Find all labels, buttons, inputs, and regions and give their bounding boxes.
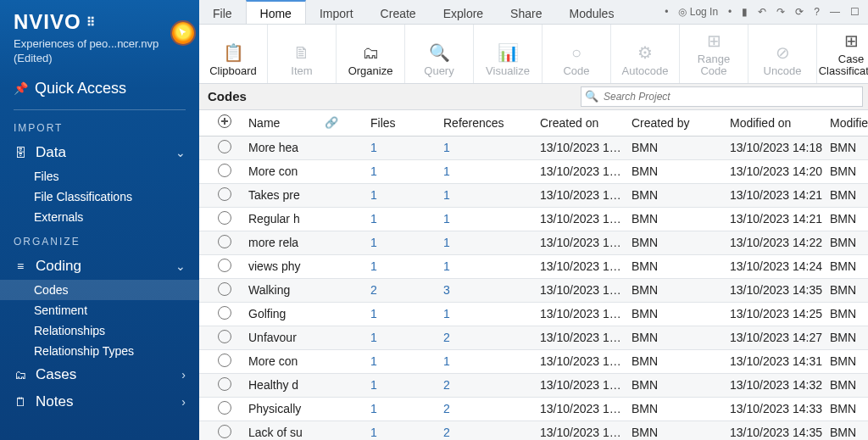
sidebar-item-data[interactable]: 🗄Data ⌄: [0, 139, 199, 166]
sidebar-item-notes[interactable]: 🗒Notes ›: [0, 388, 199, 415]
cell-files: 1: [367, 188, 440, 202]
search-box[interactable]: 🔍: [581, 86, 863, 107]
cell-name: More con: [245, 354, 321, 368]
chevron-down-icon: ⌄: [175, 146, 186, 159]
menu-share[interactable]: Share: [497, 0, 555, 24]
ribbon-label: Query: [424, 65, 453, 77]
cell-created-by: BMN: [628, 188, 726, 202]
cell-modified-by: BMN: [826, 331, 868, 344]
codes-table: Name 🔗 Files References Created on Creat…: [199, 110, 868, 440]
row-node-icon: [199, 211, 245, 227]
col-modified-on[interactable]: Modified on: [726, 116, 826, 130]
col-created-by[interactable]: Created by: [628, 116, 726, 130]
ribbon-case[interactable]: ⊞Case Classification: [817, 25, 868, 83]
maximize-icon[interactable]: ☐: [849, 6, 861, 18]
ribbon-organize[interactable]: 🗂Organize: [337, 25, 405, 83]
save-icon[interactable]: ▮: [740, 6, 749, 18]
table-row[interactable]: Lack of su1213/10/2023 14:3BMN13/10/2023…: [199, 421, 868, 440]
cell-created-on: 13/10/2023 14:2: [537, 236, 628, 249]
list-header: Codes 🔍: [199, 84, 868, 110]
brand-dots-icon: ⠿: [86, 15, 95, 29]
cell-references: 2: [440, 402, 537, 415]
cell-created-on: 13/10/2023 14:2: [537, 164, 628, 178]
search-input[interactable]: [602, 90, 862, 103]
sidebar-sub-file-classifications[interactable]: File Classifications: [0, 187, 199, 207]
util-dot[interactable]: •: [663, 6, 670, 18]
sidebar-sub-codes[interactable]: Codes: [0, 280, 199, 300]
list-title: Codes: [199, 89, 581, 103]
cell-modified-on: 13/10/2023 14:33: [726, 402, 826, 415]
cell-references: 1: [440, 164, 537, 178]
ribbon-clipboard[interactable]: 📋Clipboard: [199, 25, 268, 83]
col-created-on[interactable]: Created on: [537, 116, 628, 130]
cell-created-by: BMN: [628, 259, 726, 273]
row-node-icon: [199, 140, 245, 156]
cell-modified-by: BMN: [826, 283, 868, 297]
cell-modified-by: BMN: [826, 212, 868, 226]
menu-create[interactable]: Create: [367, 0, 430, 24]
sidebar-sub-relationship-types[interactable]: Relationship Types: [0, 341, 199, 361]
cell-files: 1: [367, 307, 440, 320]
table-row[interactable]: More hea1113/10/2023 14:1BMN13/10/2023 1…: [199, 136, 868, 160]
table-row[interactable]: Healthy d1213/10/2023 14:3BMN13/10/2023 …: [199, 374, 868, 398]
cell-files: 1: [367, 212, 440, 226]
col-modified-by[interactable]: Modified by: [826, 116, 868, 130]
table-row[interactable]: Regular h1113/10/2023 14:2BMN13/10/2023 …: [199, 208, 868, 231]
menu-home[interactable]: Home: [246, 0, 306, 24]
menu-explore[interactable]: Explore: [430, 0, 497, 24]
ribbon-item: 🗎Item: [268, 25, 337, 83]
menu-modules[interactable]: Modules: [555, 0, 627, 24]
cell-modified-by: BMN: [826, 236, 868, 249]
table-row[interactable]: more rela1113/10/2023 14:2BMN13/10/2023 …: [199, 231, 868, 255]
quick-access-label: Quick Access: [35, 80, 126, 97]
sidebar-sub-relationships[interactable]: Relationships: [0, 320, 199, 341]
col-link-icon[interactable]: 🔗: [321, 116, 367, 129]
cell-modified-by: BMN: [826, 402, 868, 415]
row-node-icon: [199, 354, 245, 370]
caseclass-icon: ⊞: [844, 28, 859, 53]
cell-created-on: 13/10/2023 14:3: [537, 426, 628, 439]
expand-all-col[interactable]: [199, 114, 245, 131]
col-files[interactable]: Files: [367, 116, 440, 130]
table-row[interactable]: More con1113/10/2023 14:2BMN13/10/2023 1…: [199, 160, 868, 184]
quick-access[interactable]: 📌 Quick Access: [0, 66, 199, 106]
code-icon: ○: [571, 40, 581, 65]
cell-modified-on: 13/10/2023 14:31: [726, 354, 826, 368]
row-node-icon: [199, 164, 245, 180]
row-node-icon: [199, 259, 245, 275]
sidebar-sub-files[interactable]: Files: [0, 166, 199, 187]
redo-icon[interactable]: ↷: [775, 6, 787, 18]
menu-file[interactable]: File: [199, 0, 246, 24]
pin-icon: 📌: [14, 81, 28, 95]
util-dot[interactable]: •: [726, 6, 733, 18]
sidebar-item-cases[interactable]: 🗂Cases ›: [0, 361, 199, 388]
cell-created-on: 13/10/2023 14:1: [537, 141, 628, 154]
col-name[interactable]: Name: [245, 116, 321, 130]
table-row[interactable]: More con1113/10/2023 14:3BMN13/10/2023 1…: [199, 350, 868, 374]
project-edited-flag: (Edited): [14, 52, 186, 66]
util-login[interactable]: ◎ Log In: [676, 6, 720, 18]
menu-import[interactable]: Import: [306, 0, 367, 24]
sidebar-item-coding[interactable]: ≡Coding ⌄: [0, 253, 199, 280]
table-row[interactable]: Physically1213/10/2023 14:3BMN13/10/2023…: [199, 398, 868, 421]
cell-modified-by: BMN: [826, 426, 868, 439]
sidebar-item-label: Coding: [36, 258, 81, 275]
ribbon-code: ○Code: [542, 25, 611, 83]
table-row[interactable]: Takes pre1113/10/2023 14:2BMN13/10/2023 …: [199, 184, 868, 208]
table-row[interactable]: views phy1113/10/2023 14:2BMN13/10/2023 …: [199, 255, 868, 279]
cell-references: 1: [440, 212, 537, 226]
table-row[interactable]: Walking2313/10/2023 14:2BMN13/10/2023 14…: [199, 279, 868, 303]
minimize-icon[interactable]: —: [828, 6, 842, 18]
col-references[interactable]: References: [440, 116, 537, 130]
cell-modified-on: 13/10/2023 14:18: [726, 141, 826, 154]
refresh-icon[interactable]: ⟳: [793, 6, 805, 18]
sidebar-sub-externals[interactable]: Externals: [0, 207, 199, 227]
cell-files: 1: [367, 259, 440, 273]
cell-modified-by: BMN: [826, 354, 868, 368]
table-row[interactable]: Unfavour1213/10/2023 14:2BMN13/10/2023 1…: [199, 326, 868, 350]
table-row[interactable]: Golfing1113/10/2023 14:2BMN13/10/2023 14…: [199, 303, 868, 326]
undo-icon[interactable]: ↶: [756, 6, 768, 18]
help-icon[interactable]: ?: [812, 6, 821, 18]
ribbon-label: Item: [291, 65, 312, 77]
sidebar-sub-sentiment[interactable]: Sentiment: [0, 300, 199, 320]
